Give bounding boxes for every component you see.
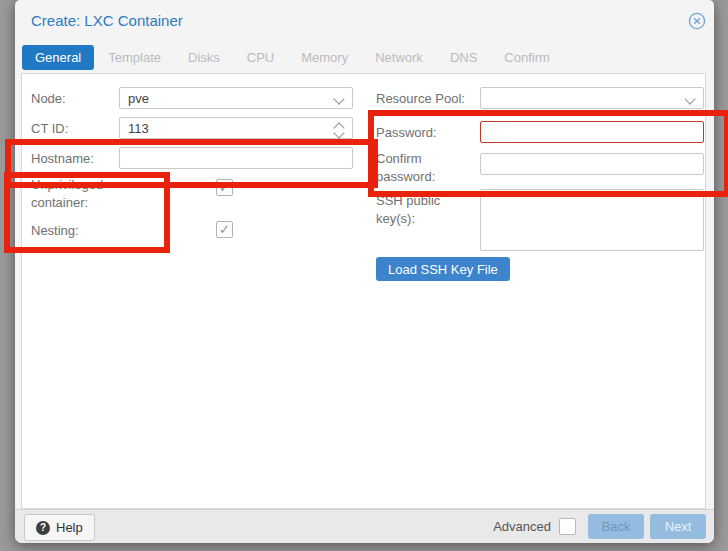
resource-pool-combobox[interactable] bbox=[480, 87, 704, 109]
node-combobox[interactable] bbox=[119, 87, 353, 109]
create-lxc-dialog: Create: LXC Container General Template D… bbox=[15, 0, 714, 543]
tab-disks[interactable]: Disks bbox=[175, 45, 233, 70]
tab-network[interactable]: Network bbox=[362, 45, 436, 70]
ctid-spinner[interactable] bbox=[119, 117, 353, 139]
nesting-checkbox[interactable]: ✓ bbox=[216, 221, 233, 238]
resource-pool-label: Resource Pool: bbox=[376, 90, 471, 108]
help-button[interactable]: ? Help bbox=[24, 514, 95, 541]
help-icon: ? bbox=[36, 521, 50, 535]
footer-actions: Advanced Back Next bbox=[493, 514, 706, 539]
node-input[interactable] bbox=[119, 87, 353, 109]
tab-template[interactable]: Template bbox=[95, 45, 174, 70]
tab-cpu[interactable]: CPU bbox=[234, 45, 287, 70]
load-ssh-key-button[interactable]: Load SSH Key File bbox=[376, 257, 510, 281]
form-panel: Node: CT ID: Hostname: Unprivileged cont… bbox=[21, 73, 706, 509]
screen-backdrop: Create: LXC Container General Template D… bbox=[0, 0, 728, 551]
hostname-input[interactable] bbox=[119, 147, 353, 169]
ctid-label: CT ID: bbox=[31, 120, 116, 138]
ctid-input[interactable] bbox=[119, 117, 353, 139]
password-label: Password: bbox=[376, 124, 471, 142]
help-label: Help bbox=[56, 520, 83, 535]
tab-general[interactable]: General bbox=[22, 45, 94, 70]
nesting-label: Nesting: bbox=[31, 222, 116, 240]
unprivileged-checkbox[interactable]: ✓ bbox=[216, 179, 233, 196]
node-label: Node: bbox=[31, 90, 116, 108]
next-button[interactable]: Next bbox=[650, 514, 706, 539]
back-button[interactable]: Back bbox=[588, 514, 644, 539]
tab-dns[interactable]: DNS bbox=[437, 45, 490, 70]
advanced-checkbox[interactable] bbox=[559, 518, 576, 535]
ssh-keys-label: SSH public key(s): bbox=[376, 192, 471, 228]
confirm-password-label: Confirm password: bbox=[376, 150, 471, 186]
hostname-label: Hostname: bbox=[31, 150, 116, 168]
password-input[interactable] bbox=[480, 121, 704, 143]
tab-memory[interactable]: Memory bbox=[288, 45, 361, 70]
ssh-keys-textarea[interactable] bbox=[480, 189, 704, 251]
advanced-label: Advanced bbox=[493, 519, 551, 534]
confirm-password-input[interactable] bbox=[480, 153, 704, 175]
footer-bar: ? Help Advanced Back Next bbox=[15, 509, 714, 543]
tab-confirm[interactable]: Confirm bbox=[491, 45, 563, 70]
tab-bar: General Template Disks CPU Memory Networ… bbox=[22, 45, 564, 70]
dialog-title: Create: LXC Container bbox=[31, 12, 183, 29]
unprivileged-label: Unprivileged container: bbox=[31, 176, 116, 212]
close-icon[interactable] bbox=[688, 12, 706, 30]
dialog-titlebar: Create: LXC Container bbox=[15, 0, 714, 45]
resource-pool-input[interactable] bbox=[480, 87, 704, 109]
